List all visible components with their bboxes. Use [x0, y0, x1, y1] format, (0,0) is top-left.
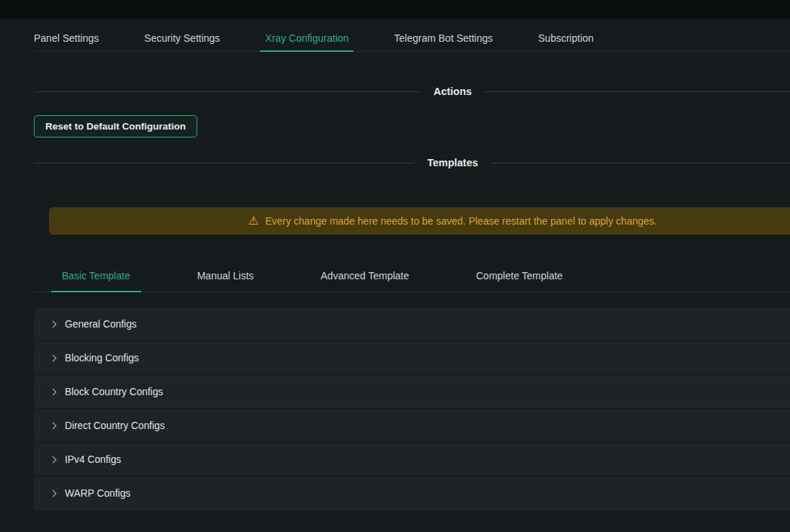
accordion-item-label: Direct Country Configs	[65, 420, 165, 431]
chevron-right-icon	[50, 456, 57, 463]
accordion-item-label: Blocking Configs	[65, 353, 139, 364]
accordion-item-label: Block Country Configs	[65, 387, 163, 397]
tab-panel-settings[interactable]: Panel Settings	[34, 26, 99, 52]
accordion-item-label: General Configs	[65, 319, 137, 330]
content-area: Panel Settings Security Settings Xray Co…	[34, 26, 790, 510]
accordion-item-block-country-configs[interactable]: Block Country Configs	[34, 375, 790, 409]
chevron-right-icon	[50, 490, 57, 497]
tab-telegram-bot-settings[interactable]: Telegram Bot Settings	[394, 26, 493, 52]
tab-subscription[interactable]: Subscription	[538, 26, 593, 52]
accordion-item-label: WARP Configs	[65, 488, 130, 499]
templates-section-divider: Templates	[34, 155, 790, 171]
template-tab-bar: Basic Template Manual Lists Advanced Tem…	[34, 262, 790, 292]
reset-to-default-button[interactable]: Reset to Default Configuration	[34, 115, 197, 137]
warning-triangle-icon: ⚠	[248, 215, 259, 227]
tab-manual-lists[interactable]: Manual Lists	[187, 262, 265, 292]
tab-xray-configuration[interactable]: Xray Configuration	[260, 26, 354, 52]
templates-section-title: Templates	[414, 157, 491, 168]
actions-section-divider: Actions	[34, 84, 790, 99]
chevron-right-icon	[50, 320, 57, 328]
accordion-item-warp-configs[interactable]: WARP Configs	[34, 477, 790, 510]
accordion-item-general-configs[interactable]: General Configs	[34, 307, 790, 341]
tab-complete-template[interactable]: Complete Template	[465, 262, 573, 292]
accordion-item-ipv4-configs[interactable]: IPv4 Configs	[34, 443, 790, 477]
accordion-item-label: IPv4 Configs	[65, 454, 121, 465]
settings-tab-bar: Panel Settings Security Settings Xray Co…	[34, 26, 790, 52]
accordion-item-blocking-configs[interactable]: Blocking Configs	[34, 341, 790, 375]
warning-text: Every change made here needs to be saved…	[265, 215, 657, 227]
top-header-strip	[0, 0, 790, 19]
chevron-right-icon	[50, 354, 57, 361]
actions-section-title: Actions	[421, 86, 485, 97]
xray-settings-page: Panel Settings Security Settings Xray Co…	[0, 0, 790, 532]
accordion-item-direct-country-configs[interactable]: Direct Country Configs	[34, 409, 790, 443]
config-accordion: General Configs Blocking Configs Block C…	[34, 307, 790, 510]
tab-basic-template[interactable]: Basic Template	[51, 262, 141, 292]
restart-warning-banner: ⚠ Every change made here needs to be sav…	[49, 207, 790, 235]
tab-security-settings[interactable]: Security Settings	[144, 26, 220, 52]
tab-advanced-template[interactable]: Advanced Template	[310, 262, 420, 292]
chevron-right-icon	[50, 422, 57, 429]
chevron-right-icon	[50, 388, 57, 395]
